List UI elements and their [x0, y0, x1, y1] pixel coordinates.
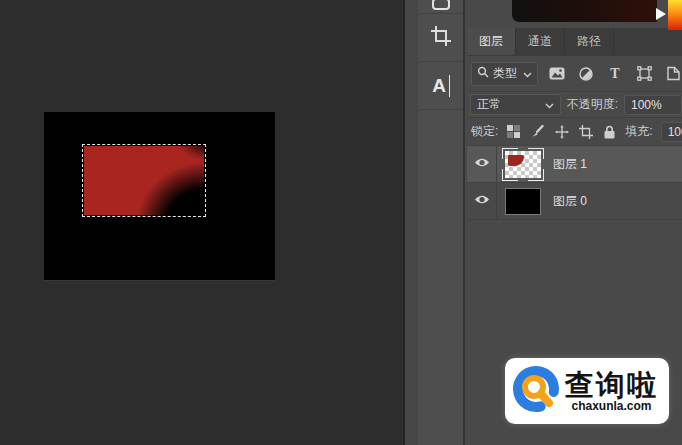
smart-object-filter-icon[interactable] — [664, 65, 682, 83]
layer-0-name[interactable]: 图层 0 — [553, 193, 587, 210]
gradient-bar[interactable] — [512, 0, 657, 22]
eye-icon — [474, 157, 490, 171]
layer-1-thumbnail-red-shape — [508, 155, 524, 166]
tool-button-partial[interactable] — [419, 0, 463, 14]
blend-mode-row: 正常 不透明度: 100% — [467, 92, 682, 118]
layer-0-thumbnail[interactable] — [505, 188, 541, 215]
lock-position-icon[interactable] — [554, 124, 569, 139]
layer-0-visibility-toggle[interactable] — [467, 183, 497, 219]
blend-mode-dropdown[interactable]: 正常 — [470, 94, 561, 115]
layer-row-0[interactable]: 图层 0 — [467, 183, 682, 220]
canvas-area[interactable] — [0, 0, 403, 445]
panel-top-strip — [467, 0, 682, 28]
type-tool-button[interactable]: A — [419, 62, 463, 110]
layer-1-name[interactable]: 图层 1 — [553, 156, 587, 173]
chevron-down-icon — [545, 98, 554, 112]
partial-tool-icon — [432, 0, 450, 10]
panel-tab-bar: 图层 通道 路径 — [467, 28, 682, 56]
lock-image-pixels-icon[interactable] — [530, 124, 545, 139]
tools-toolbar: A — [403, 0, 465, 445]
watermark-badge: 查询啦 chaxunla.com — [505, 358, 669, 424]
filter-kind-dropdown[interactable]: 类型 — [471, 62, 538, 86]
adjustment-layers-filter-icon[interactable] — [577, 65, 595, 83]
lock-all-icon[interactable] — [602, 124, 617, 139]
watermark-title: 查询啦 — [565, 370, 658, 400]
fill-label: 填充: — [625, 123, 652, 140]
pixel-layers-filter-icon[interactable] — [548, 65, 566, 83]
red-painted-region — [84, 146, 204, 215]
opacity-value[interactable]: 100% — [624, 95, 682, 115]
tab-paths[interactable]: 路径 — [565, 28, 614, 55]
type-tool-icon: A — [432, 75, 450, 97]
shape-layers-filter-icon[interactable] — [635, 65, 653, 83]
fill-value[interactable]: 100% — [661, 122, 682, 142]
crop-tool-icon — [430, 25, 452, 51]
tab-layers-label: 图层 — [479, 33, 503, 50]
layer-row-1[interactable]: 图层 1 — [467, 146, 682, 183]
chevron-down-icon — [523, 67, 532, 81]
tab-channels-label: 通道 — [528, 33, 552, 50]
toolbar-edge — [405, 0, 418, 445]
filter-kind-label: 类型 — [493, 65, 519, 82]
tab-paths-label: 路径 — [577, 33, 601, 50]
search-icon — [477, 66, 489, 81]
blend-mode-value: 正常 — [477, 96, 501, 113]
photoshop-window: A 图层 通道 路径 — [0, 0, 682, 445]
chaxunla-logo-icon — [511, 362, 563, 420]
selection-marching-ants — [82, 144, 206, 217]
type-layers-filter-icon[interactable]: T — [606, 65, 624, 83]
lock-label: 锁定: — [471, 123, 498, 140]
opacity-value-text: 100% — [631, 98, 662, 112]
document-canvas[interactable] — [44, 112, 275, 280]
layer-filter-row: 类型 T — [467, 56, 682, 92]
tab-layers[interactable]: 图层 — [467, 28, 516, 55]
lock-row: 锁定: — [467, 118, 682, 146]
tab-channels[interactable]: 通道 — [516, 28, 565, 55]
opacity-label: 不透明度: — [567, 96, 618, 113]
crop-tool-button[interactable] — [419, 14, 463, 62]
lock-transparent-pixels-icon[interactable] — [506, 124, 521, 139]
watermark-domain: chaxunla.com — [571, 400, 651, 413]
layer-1-thumbnail[interactable] — [505, 151, 541, 178]
layer-1-visibility-toggle[interactable] — [467, 146, 497, 182]
lock-artboard-icon[interactable] — [578, 124, 593, 139]
color-swatch[interactable] — [668, 0, 682, 30]
fill-value-text: 100% — [668, 125, 682, 139]
play-triangle-icon[interactable] — [656, 8, 666, 20]
eye-icon — [474, 194, 490, 208]
